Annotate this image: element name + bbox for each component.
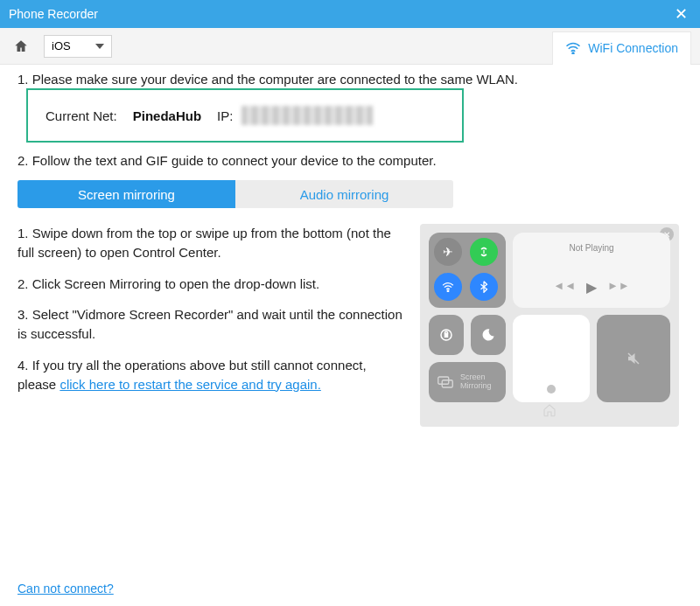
brightness-slider[interactable] (513, 315, 590, 402)
current-net-label: Current Net: (46, 108, 117, 123)
tab-screen-mirroring[interactable]: Screen mirroring (18, 180, 235, 208)
svg-rect-3 (445, 334, 448, 338)
step2-text: 2. Follow the text and GIF guide to conn… (18, 153, 682, 168)
wifi-icon (565, 42, 581, 54)
guide-step1: 1. Swipe down from the top or swipe up f… (18, 224, 402, 262)
guide-step4: 4. If you try all the operations above b… (18, 356, 402, 394)
prev-track-icon[interactable]: ◄◄ (553, 279, 576, 296)
titlebar: Phone Recorder ✕ (0, 0, 700, 28)
orientation-lock-icon[interactable] (429, 315, 464, 355)
window-title: Phone Recorder (9, 7, 98, 21)
svg-point-0 (572, 52, 574, 54)
not-playing-label: Not Playing (569, 243, 613, 253)
current-net-box: Current Net: PinedaHub IP: (26, 88, 464, 143)
restart-service-link[interactable]: click here to restart the service and tr… (60, 377, 320, 392)
screen-mirroring-label: Screen Mirroring (460, 373, 497, 391)
mute-icon (626, 351, 641, 366)
cc-row2-left (429, 315, 506, 355)
cellular-icon[interactable] (470, 238, 498, 266)
screen-mirroring-icon (438, 376, 453, 388)
guide-text: 1. Swipe down from the top or swipe up f… (18, 224, 402, 427)
brightness-icon (547, 385, 556, 394)
do-not-disturb-icon[interactable] (471, 315, 506, 355)
home-button[interactable] (9, 34, 33, 59)
mirroring-tabs: Screen mirroring Audio mirroring (18, 180, 453, 208)
svg-point-1 (447, 290, 449, 292)
bluetooth-icon[interactable] (470, 273, 498, 301)
play-icon[interactable]: ▶ (586, 279, 597, 296)
next-track-icon[interactable]: ►► (607, 279, 630, 296)
current-net-name: PinedaHub (133, 108, 201, 123)
toolbar: iOS WiFi Connection (0, 28, 700, 65)
screen-mirroring-tile[interactable]: Screen Mirroring (429, 362, 506, 402)
step1-text: 1. Please make sure your device and the … (18, 72, 682, 87)
home-icon (13, 38, 29, 54)
guide-row: 1. Swipe down from the top or swipe up f… (18, 224, 682, 427)
guide-step2: 2. Click Screen Mirroring to open the dr… (18, 275, 402, 294)
cc-connectivity-tile: ✈ (429, 233, 506, 308)
chevron-down-icon (95, 44, 104, 49)
wifi-toggle-icon[interactable] (434, 273, 462, 301)
volume-slider[interactable] (597, 315, 670, 402)
os-select[interactable]: iOS (44, 35, 112, 58)
ip-value-blurred (242, 106, 373, 125)
os-select-label: iOS (52, 39, 71, 52)
ip-label: IP: (217, 108, 233, 123)
tab-audio-mirroring[interactable]: Audio mirroring (235, 180, 453, 208)
cannot-connect-link[interactable]: Can not connect? (18, 582, 114, 596)
content: 1. Please make sure your device and the … (0, 65, 700, 606)
control-center-preview: ✕ ✈ (420, 224, 679, 427)
airplane-icon[interactable]: ✈ (434, 238, 462, 266)
close-icon[interactable]: ✕ (670, 4, 691, 24)
wifi-tab-label: WiFi Connection (588, 41, 678, 55)
guide-step3: 3. Select "Vidmore Screen Recorder" and … (18, 305, 402, 344)
wifi-connection-tab[interactable]: WiFi Connection (552, 31, 691, 65)
cc-now-playing-tile[interactable]: Not Playing ◄◄ ▶ ►► (513, 233, 670, 308)
cc-home-icon (542, 403, 556, 420)
